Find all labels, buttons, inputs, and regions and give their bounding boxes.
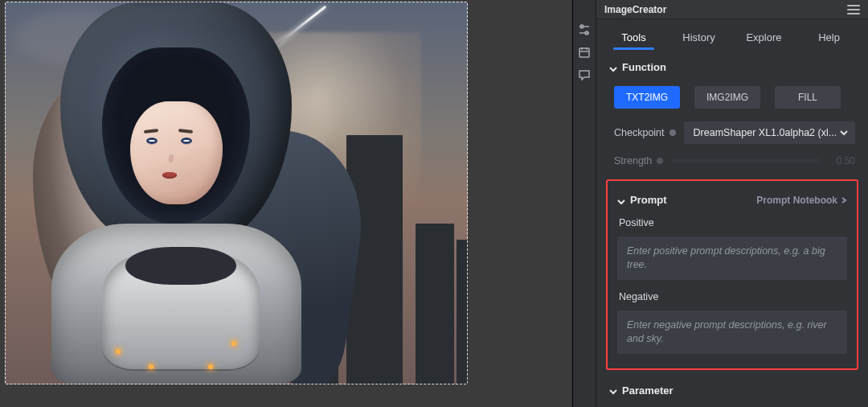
- main-tabs: Tools History Explore Help: [596, 19, 868, 53]
- strength-row: Strength 0.50: [609, 152, 855, 166]
- prompt-section-highlight: Prompt Prompt Notebook Positive Enter po…: [606, 179, 858, 370]
- panel-header: ImageCreator: [596, 0, 868, 19]
- positive-label: Positive: [617, 212, 847, 230]
- mode-img2img[interactable]: IMG2IMG: [694, 86, 760, 109]
- checkpoint-value: DreamShaper XL1.0alpha2 (xl...: [694, 127, 837, 138]
- section-prompt-title: Prompt: [630, 194, 667, 206]
- svg-rect-2: [579, 48, 589, 57]
- app-root: ImageCreator Tools History Explore Help …: [0, 0, 868, 407]
- tab-explore[interactable]: Explore: [731, 23, 796, 50]
- panel-title: ImageCreator: [604, 4, 666, 15]
- chevron-down-icon: [609, 64, 617, 72]
- chevron-down-icon: [609, 386, 617, 394]
- chat-icon[interactable]: [578, 69, 591, 80]
- panel-menu-icon[interactable]: [847, 5, 860, 14]
- calendar-icon[interactable]: [578, 47, 591, 58]
- mode-fill[interactable]: FILL: [775, 86, 841, 109]
- checkpoint-label: Checkpoint: [614, 127, 676, 138]
- chevron-down-icon: [839, 128, 849, 138]
- status-dot-icon: [657, 158, 663, 164]
- section-prompt-header[interactable]: Prompt Prompt Notebook: [617, 189, 847, 206]
- section-function-header[interactable]: Function: [609, 56, 855, 73]
- strength-label: Strength: [614, 155, 663, 166]
- negative-label: Negative: [617, 286, 847, 304]
- strength-value: 0.50: [828, 155, 855, 166]
- mode-buttons: TXT2IMG IMG2IMG FILL: [609, 81, 855, 110]
- chevron-down-icon: [617, 196, 625, 204]
- side-icon-strip: [572, 0, 596, 407]
- generated-image-preview[interactable]: [5, 2, 468, 384]
- panel-scroll[interactable]: Function TXT2IMG IMG2IMG FILL Checkpoint…: [596, 53, 868, 407]
- canvas-region[interactable]: [0, 0, 572, 407]
- tab-help[interactable]: Help: [796, 23, 862, 50]
- status-dot-icon: [669, 130, 676, 136]
- checkpoint-select[interactable]: DreamShaper XL1.0alpha2 (xl...: [684, 121, 855, 144]
- section-parameter-header[interactable]: Parameter: [609, 380, 855, 397]
- canvas-selection[interactable]: [5, 2, 468, 384]
- strength-slider[interactable]: [671, 158, 820, 163]
- tab-history[interactable]: History: [666, 23, 731, 50]
- slider-icon[interactable]: [578, 24, 591, 35]
- negative-prompt-input[interactable]: Enter negative prompt descriptions, e.g.…: [617, 310, 847, 354]
- positive-prompt-input[interactable]: Enter positive prompt descriptions, e.g.…: [617, 236, 847, 280]
- section-parameter-title: Parameter: [622, 384, 674, 397]
- tab-tools[interactable]: Tools: [601, 23, 666, 50]
- checkpoint-row: Checkpoint DreamShaper XL1.0alpha2 (xl..…: [609, 118, 855, 144]
- section-function-title: Function: [622, 61, 666, 73]
- chevron-right-icon: [841, 197, 847, 204]
- imagecreator-panel: ImageCreator Tools History Explore Help …: [596, 0, 868, 407]
- prompt-notebook-link[interactable]: Prompt Notebook: [756, 195, 847, 206]
- mode-txt2img[interactable]: TXT2IMG: [614, 86, 680, 109]
